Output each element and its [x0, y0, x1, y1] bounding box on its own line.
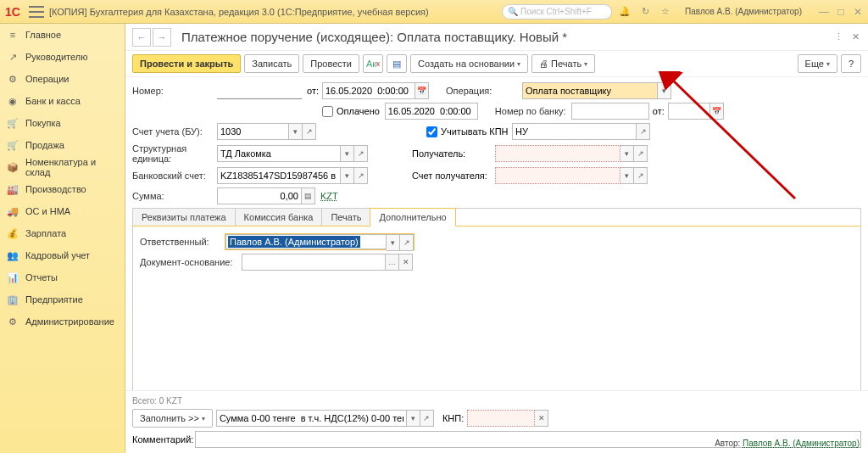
tab-print[interactable]: Печать — [322, 209, 370, 226]
sidebar-label: Кадровый учет — [25, 250, 90, 260]
sidebar-item-1[interactable]: ↗Руководителю — [0, 46, 125, 68]
sidebar-label: Руководителю — [25, 52, 87, 62]
calc-icon[interactable]: ▤ — [302, 187, 315, 204]
bank-account-field[interactable] — [217, 167, 341, 184]
sidebar-item-10[interactable]: 👥Кадровый учет — [0, 244, 125, 266]
page-title: Платежное поручение (исходящее): Оплата … — [181, 30, 567, 44]
sidebar-item-13[interactable]: ⚙Администрирование — [0, 310, 125, 333]
paid-label: Оплачено — [337, 106, 380, 116]
movements-button[interactable]: Акк — [363, 54, 383, 73]
calendar-icon[interactable]: 📅 — [415, 82, 429, 99]
tab-additional[interactable]: Дополнительно — [370, 208, 455, 226]
help-button[interactable]: ? — [841, 54, 861, 73]
open-icon[interactable]: ↗ — [420, 410, 434, 427]
bank-number-field[interactable] — [571, 103, 649, 120]
dropdown-icon[interactable]: ▾ — [387, 234, 400, 251]
close-icon[interactable]: ✕ — [853, 7, 863, 17]
open-icon[interactable]: ↗ — [634, 167, 648, 184]
bank-date-field[interactable] — [668, 103, 710, 120]
nav-forward-button[interactable]: → — [153, 28, 171, 47]
dropdown-icon[interactable]: ▾ — [620, 145, 634, 162]
more-button[interactable]: Еще▾ — [798, 54, 837, 73]
search-placeholder: Поиск Ctrl+Shift+F — [520, 7, 592, 16]
paid-checkbox[interactable] — [322, 106, 333, 117]
user-label[interactable]: Павлов А.В. (Администратор) — [685, 7, 802, 16]
post-and-close-button[interactable]: Провести и закрыть — [132, 54, 241, 73]
dropdown-icon[interactable]: ▾ — [289, 123, 303, 140]
dropdown-icon[interactable]: ▾ — [407, 410, 420, 427]
sidebar-icon: 🛒 — [7, 117, 19, 129]
kpn-checkbox[interactable] — [426, 126, 437, 137]
sidebar-icon: 👥 — [7, 249, 19, 261]
sidebar-item-4[interactable]: 🛒Покупка — [0, 112, 125, 134]
sumline-field[interactable] — [216, 410, 407, 427]
paid-date-field[interactable] — [385, 103, 478, 120]
open-icon[interactable]: ↗ — [637, 123, 650, 140]
post-button[interactable]: Провести — [303, 54, 359, 73]
sidebar-item-9[interactable]: 💰Зарплата — [0, 222, 125, 244]
open-icon[interactable]: ↗ — [634, 145, 648, 162]
structure-button[interactable]: ▤ — [387, 54, 407, 73]
sidebar-item-6[interactable]: 📦Номенклатура и склад — [0, 156, 125, 178]
sum-field[interactable] — [217, 187, 302, 204]
sidebar-icon: 🚚 — [7, 205, 19, 217]
star-icon[interactable]: ☆ — [659, 6, 671, 18]
sidebar-item-7[interactable]: 🏭Производство — [0, 178, 125, 200]
account-field[interactable] — [217, 123, 289, 140]
date-field[interactable] — [322, 82, 415, 99]
sidebar-item-3[interactable]: ◉Банк и касса — [0, 90, 125, 112]
clear-icon[interactable]: ✕ — [399, 254, 413, 271]
open-icon[interactable]: ↗ — [303, 123, 316, 140]
recipient-field[interactable] — [495, 145, 620, 162]
kebab-icon[interactable]: ⋮ — [832, 31, 844, 43]
account-label: Счет учета (БУ): — [132, 126, 217, 137]
dropdown-icon[interactable]: ▾ — [620, 167, 634, 184]
dropdown-icon[interactable]: ▾ — [341, 145, 354, 162]
sidebar-item-12[interactable]: 🏢Предприятие — [0, 288, 125, 310]
nav-back-button[interactable]: ← — [132, 28, 151, 47]
close-panel-icon[interactable]: ✕ — [849, 31, 861, 43]
knp-field[interactable] — [467, 410, 535, 427]
bell-icon[interactable]: 🔔 — [619, 6, 631, 18]
operation-field[interactable] — [522, 82, 658, 99]
save-button[interactable]: Записать — [244, 54, 299, 73]
tab-commission[interactable]: Комиссия банка — [236, 209, 323, 226]
sidebar-item-11[interactable]: 📊Отчеты — [0, 266, 125, 288]
menu-icon[interactable] — [29, 6, 44, 18]
number-field[interactable] — [217, 82, 302, 99]
sidebar-label: Зарплата — [25, 228, 66, 238]
open-icon[interactable]: ↗ — [354, 145, 368, 162]
sidebar-icon: ⚙ — [7, 73, 19, 85]
open-icon[interactable]: ↗ — [354, 167, 368, 184]
select-icon[interactable]: … — [386, 254, 399, 271]
sidebar-item-8[interactable]: 🚚ОС и НМА — [0, 200, 125, 222]
open-icon[interactable]: ↗ — [400, 234, 414, 251]
calendar-icon[interactable]: 📅 — [710, 103, 724, 120]
author-link[interactable]: Павлов А.В. (Администратор) — [743, 439, 860, 448]
recipient-account-field[interactable] — [495, 167, 620, 184]
currency-link[interactable]: KZT — [320, 191, 338, 201]
bank-account-label: Банковский счет: — [132, 171, 217, 181]
sidebar-label: ОС и НМА — [25, 206, 70, 216]
unit-field[interactable] — [217, 145, 341, 162]
sum-label: Сумма: — [132, 191, 217, 201]
fill-button[interactable]: Заполнить >>▾ — [132, 409, 213, 428]
sidebar-icon: 📦 — [7, 161, 19, 173]
docbase-field[interactable] — [242, 254, 386, 271]
create-based-button[interactable]: Создать на основании▾ — [410, 54, 528, 73]
dropdown-icon[interactable]: ▾ — [341, 167, 354, 184]
history-icon[interactable]: ↻ — [639, 6, 651, 18]
comment-label: Комментарий: — [132, 434, 192, 445]
clear-icon[interactable]: ✕ — [535, 410, 548, 427]
minimize-icon[interactable]: — — [819, 7, 829, 17]
global-search[interactable]: 🔍 Поиск Ctrl+Shift+F — [502, 4, 612, 20]
sidebar-item-5[interactable]: 🛒Продажа — [0, 134, 125, 156]
sidebar-item-0[interactable]: ≡Главное — [0, 24, 125, 46]
sidebar-item-2[interactable]: ⚙Операции — [0, 68, 125, 90]
dropdown-icon[interactable]: ▾ — [658, 82, 671, 99]
maximize-icon[interactable]: □ — [836, 7, 846, 17]
print-button[interactable]: 🖨 Печать▾ — [531, 54, 595, 73]
responsible-field[interactable]: Павлов А.В. (Администратор) — [225, 234, 387, 249]
tab-requisites[interactable]: Реквизиты платежа — [133, 209, 236, 226]
kpn-field[interactable] — [512, 123, 637, 140]
